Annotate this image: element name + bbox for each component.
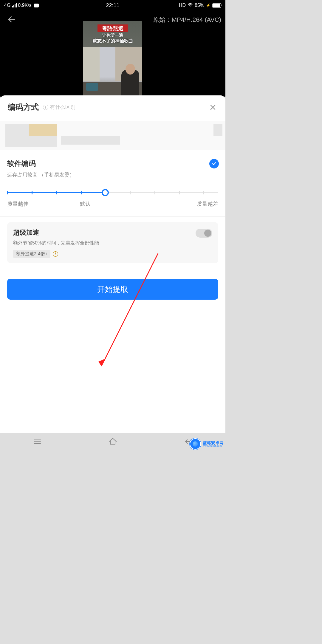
battery-icon <box>212 3 221 8</box>
boost-title: 超级加速 <box>13 228 212 237</box>
battery-percent: 85% <box>195 3 204 8</box>
annotation-arrow <box>95 253 161 373</box>
encoding-subtitle: 运存占用较高 （手机易发烫） <box>7 171 218 178</box>
boost-tag: 额外提速2-4倍+ <box>13 250 50 258</box>
network-speed: 0.9K/s <box>18 3 31 8</box>
super-boost-card: 超级加速 额外节省50%的时间，完美发挥全部性能 额外提速2-4倍+ ! <box>7 222 218 263</box>
wifi-icon <box>188 3 193 8</box>
help-link[interactable]: i 有什么区别 <box>43 104 75 111</box>
boost-toggle[interactable] <box>196 229 212 238</box>
selected-check-icon <box>209 159 219 168</box>
video-thumbnail[interactable]: 粵語甄選 让你听一遍 就忘不了的神仙歌曲 <box>83 21 142 97</box>
menu-icon[interactable] <box>33 438 41 445</box>
video-preview-area: 原始：MP4/H.264 (AVC) 粵語甄選 让你听一遍 就忘不了的神仙歌曲 <box>0 11 225 97</box>
svg-marker-1 <box>98 358 106 366</box>
network-type: 4G <box>4 3 10 8</box>
app-indicator-icon <box>34 4 39 7</box>
thumb-subtitle-2: 就忘不了的神仙歌曲 <box>83 38 142 44</box>
info-icon: i <box>43 105 48 110</box>
settings-sheet: 编码方式 i 有什么区别 软件编码 运存占用较高 （手机易发烫） <box>0 95 225 433</box>
svg-line-0 <box>101 253 158 366</box>
watermark: 蓝莓安卓网 www.lmkjst.com <box>190 438 224 450</box>
quality-slider[interactable] <box>7 188 218 197</box>
slider-handle[interactable] <box>102 189 109 196</box>
slider-label-worst: 质量越差 <box>197 200 218 208</box>
boost-subtitle: 额外节省50%的时间，完美发挥全部性能 <box>13 240 212 246</box>
close-button[interactable] <box>208 103 218 112</box>
sheet-title: 编码方式 <box>8 102 39 112</box>
thumb-title: 粵語甄選 <box>97 24 128 32</box>
thumb-subtitle-1: 让你听一遍 <box>83 33 142 38</box>
slider-label-best: 质量越佳 <box>7 200 29 208</box>
charging-icon: ⚡ <box>206 3 210 7</box>
watermark-name: 蓝莓安卓网 <box>203 441 224 445</box>
status-bar: 4G 0.9K/s 22:11 HD 85% ⚡ <box>0 0 225 11</box>
clock: 22:11 <box>106 2 119 9</box>
back-button[interactable] <box>7 15 16 26</box>
encoding-options-strip[interactable] <box>0 121 225 150</box>
watermark-logo-icon <box>190 438 201 450</box>
hd-indicator: HD <box>179 3 186 8</box>
start-extract-button[interactable]: 开始提取 <box>7 279 218 300</box>
slider-label-default: 默认 <box>80 200 91 208</box>
watermark-url: www.lmkjst.com <box>203 445 224 447</box>
signal-icon <box>12 3 17 7</box>
warning-icon[interactable]: ! <box>53 251 58 257</box>
software-encoding-option[interactable]: 软件编码 运存占用较高 （手机易发烫） <box>0 150 225 178</box>
encoding-title: 软件编码 <box>7 159 218 168</box>
format-label: 原始：MP4/H.264 (AVC) <box>153 16 222 24</box>
home-icon[interactable] <box>108 437 117 446</box>
